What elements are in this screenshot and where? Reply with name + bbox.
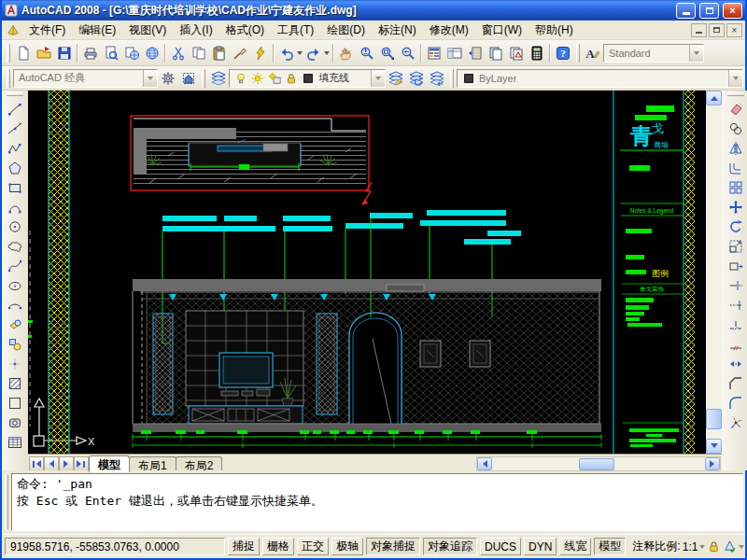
- draw-ellipse-button[interactable]: [5, 275, 25, 295]
- status-grid-button[interactable]: 栅格: [262, 538, 294, 555]
- menu-file[interactable]: 文件(F): [22, 21, 72, 40]
- menu-view[interactable]: 视图(V): [122, 21, 173, 40]
- menu-dimension[interactable]: 标注(N): [372, 21, 423, 40]
- status-osnap-button[interactable]: 对象捕捉: [366, 538, 420, 555]
- zoom-window-button[interactable]: [377, 43, 398, 63]
- draw-insert-block-button[interactable]: [5, 315, 25, 334]
- menu-edit[interactable]: 编辑(E): [72, 21, 122, 40]
- status-ducs-button[interactable]: DUCS: [480, 538, 521, 555]
- new-button[interactable]: [13, 43, 34, 63]
- draw-table-button[interactable]: [5, 432, 25, 452]
- tab-next-button[interactable]: [59, 456, 74, 471]
- annotation-scale-dropdown[interactable]: [699, 545, 705, 552]
- publish-button[interactable]: [121, 43, 142, 63]
- drawing-canvas[interactable]: X: [28, 91, 706, 454]
- sun-viewport-icon[interactable]: [268, 72, 281, 85]
- layer-combo[interactable]: 填充线: [229, 69, 386, 88]
- redo-button[interactable]: [303, 43, 324, 63]
- match-properties-button[interactable]: [230, 43, 250, 63]
- draw-construction-line-button[interactable]: [5, 119, 25, 138]
- color-combo[interactable]: ByLayer: [457, 69, 743, 88]
- status-otrack-button[interactable]: 对象追踪: [423, 538, 477, 555]
- status-lwt-button[interactable]: 线宽: [559, 538, 591, 555]
- menu-draw[interactable]: 绘图(D): [320, 21, 372, 40]
- draw-spline-button[interactable]: [5, 256, 25, 275]
- modify-chamfer-button[interactable]: [726, 373, 746, 393]
- draw-ellipse-arc-button[interactable]: [5, 295, 25, 315]
- zoom-previous-button[interactable]: [398, 43, 418, 63]
- modify-extend-button[interactable]: [726, 295, 746, 315]
- toolbar-grip[interactable]: [7, 92, 23, 96]
- menu-help[interactable]: 帮助(H): [529, 21, 580, 40]
- draw-revision-cloud-button[interactable]: [5, 236, 25, 256]
- status-model-button[interactable]: 模型: [594, 538, 626, 555]
- plot-preview-button[interactable]: [101, 43, 121, 63]
- annotation-scale-value[interactable]: 1:1: [683, 540, 698, 553]
- menu-tools[interactable]: 工具(T): [271, 21, 320, 40]
- sun-icon[interactable]: [251, 72, 264, 85]
- my-workspace-button[interactable]: [178, 68, 199, 89]
- tool-palettes-button[interactable]: [465, 43, 486, 63]
- workspace-combo[interactable]: AutoCAD 经典: [13, 69, 158, 88]
- make-object-layer-current-button[interactable]: [386, 68, 406, 89]
- status-snap-button[interactable]: 捕捉: [228, 538, 260, 555]
- copy-button[interactable]: [189, 43, 209, 63]
- dropdown-button[interactable]: [143, 70, 157, 87]
- pan-button[interactable]: [336, 43, 357, 63]
- tab-model[interactable]: 模型: [89, 455, 130, 472]
- status-dyn-button[interactable]: DYN: [524, 538, 557, 555]
- dropdown-button[interactable]: [689, 45, 703, 62]
- tab-last-button[interactable]: [74, 456, 89, 471]
- layer-properties-button[interactable]: [208, 68, 229, 89]
- modify-break-button[interactable]: [726, 334, 746, 354]
- toolbar-grip[interactable]: [202, 69, 205, 88]
- status-polar-button[interactable]: 极轴: [331, 538, 363, 555]
- draw-line-button[interactable]: [5, 99, 25, 119]
- modify-join-button[interactable]: [726, 354, 746, 373]
- doc-minimize-button[interactable]: [691, 23, 707, 37]
- modify-erase-button[interactable]: [726, 99, 746, 119]
- toolbar-grip[interactable]: [576, 44, 580, 63]
- layer-states-button[interactable]: [406, 68, 427, 89]
- plot-button[interactable]: [80, 43, 101, 63]
- layer-color-swatch[interactable]: [302, 72, 315, 85]
- vertical-scrollbar[interactable]: [706, 91, 722, 454]
- draw-arc-button[interactable]: [5, 197, 25, 217]
- menu-window[interactable]: 窗口(W): [475, 21, 529, 40]
- modify-move-button[interactable]: [726, 197, 746, 217]
- scroll-left-button[interactable]: [477, 457, 492, 470]
- menu-format[interactable]: 格式(O): [219, 21, 271, 40]
- toolbar-grip[interactable]: [7, 69, 10, 88]
- scroll-down-button[interactable]: [706, 439, 722, 454]
- redo-dropdown[interactable]: [324, 51, 330, 58]
- modify-stretch-button[interactable]: [726, 256, 746, 275]
- doc-restore-button[interactable]: [709, 23, 725, 37]
- doc-close-button[interactable]: ×: [726, 23, 742, 37]
- status-menu-dropdown[interactable]: [739, 545, 744, 552]
- undo-dropdown[interactable]: [297, 51, 303, 58]
- annotation-visibility-icon[interactable]: [723, 539, 737, 553]
- draw-circle-button[interactable]: [5, 217, 25, 236]
- modify-offset-button[interactable]: [726, 158, 746, 177]
- menu-insert[interactable]: 插入(I): [173, 21, 218, 40]
- properties-button[interactable]: [424, 43, 444, 63]
- layer-previous-button[interactable]: [427, 68, 447, 89]
- modify-copy-button[interactable]: [726, 119, 746, 138]
- horizontal-scrollbar[interactable]: [476, 456, 721, 471]
- text-style-combo[interactable]: Standard: [603, 44, 704, 63]
- undo-button[interactable]: [276, 43, 297, 63]
- draw-rectangle-button[interactable]: [5, 177, 25, 197]
- command-grip[interactable]: [5, 475, 8, 529]
- designcenter-button[interactable]: [444, 43, 465, 63]
- close-button[interactable]: ×: [723, 3, 742, 19]
- help-button[interactable]: [553, 43, 573, 63]
- draw-make-block-button[interactable]: [5, 334, 25, 354]
- menu-modify[interactable]: 修改(M): [423, 21, 475, 40]
- modify-break-point-button[interactable]: [726, 315, 746, 334]
- draw-region-button[interactable]: [5, 413, 25, 432]
- modify-array-button[interactable]: [726, 177, 746, 197]
- draw-polyline-button[interactable]: [5, 138, 25, 158]
- bulb-icon[interactable]: [234, 72, 247, 85]
- scroll-right-button[interactable]: [705, 457, 720, 470]
- modify-mirror-button[interactable]: [726, 138, 746, 158]
